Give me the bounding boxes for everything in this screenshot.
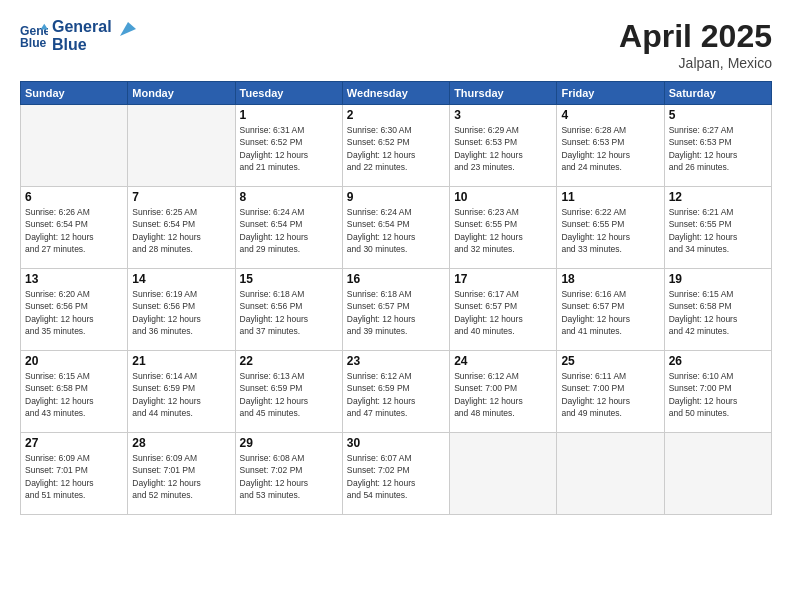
- day-number: 7: [132, 190, 230, 204]
- day-number: 9: [347, 190, 445, 204]
- sun-info: Sunrise: 6:18 AMSunset: 6:57 PMDaylight:…: [347, 288, 445, 337]
- page: General Blue General Blue April 2025 Jal…: [0, 0, 792, 612]
- day-number: 26: [669, 354, 767, 368]
- day-number: 2: [347, 108, 445, 122]
- sun-info: Sunrise: 6:07 AMSunset: 7:02 PMDaylight:…: [347, 452, 445, 501]
- sun-info: Sunrise: 6:30 AMSunset: 6:52 PMDaylight:…: [347, 124, 445, 173]
- calendar-cell: 8Sunrise: 6:24 AMSunset: 6:54 PMDaylight…: [235, 187, 342, 269]
- calendar-cell: [21, 105, 128, 187]
- sun-info: Sunrise: 6:24 AMSunset: 6:54 PMDaylight:…: [240, 206, 338, 255]
- calendar-cell: 22Sunrise: 6:13 AMSunset: 6:59 PMDayligh…: [235, 351, 342, 433]
- sun-info: Sunrise: 6:16 AMSunset: 6:57 PMDaylight:…: [561, 288, 659, 337]
- calendar-cell: 11Sunrise: 6:22 AMSunset: 6:55 PMDayligh…: [557, 187, 664, 269]
- day-number: 17: [454, 272, 552, 286]
- col-header-friday: Friday: [557, 82, 664, 105]
- calendar-cell: [664, 433, 771, 515]
- calendar-cell: 30Sunrise: 6:07 AMSunset: 7:02 PMDayligh…: [342, 433, 449, 515]
- logo-line2: Blue: [52, 36, 112, 54]
- calendar-cell: 29Sunrise: 6:08 AMSunset: 7:02 PMDayligh…: [235, 433, 342, 515]
- sun-info: Sunrise: 6:23 AMSunset: 6:55 PMDaylight:…: [454, 206, 552, 255]
- calendar-cell: 14Sunrise: 6:19 AMSunset: 6:56 PMDayligh…: [128, 269, 235, 351]
- svg-text:Blue: Blue: [20, 36, 47, 50]
- day-number: 19: [669, 272, 767, 286]
- sun-info: Sunrise: 6:25 AMSunset: 6:54 PMDaylight:…: [132, 206, 230, 255]
- calendar-cell: 20Sunrise: 6:15 AMSunset: 6:58 PMDayligh…: [21, 351, 128, 433]
- logo-line1: General: [52, 18, 112, 36]
- col-header-saturday: Saturday: [664, 82, 771, 105]
- day-number: 29: [240, 436, 338, 450]
- calendar-cell: 28Sunrise: 6:09 AMSunset: 7:01 PMDayligh…: [128, 433, 235, 515]
- location-subtitle: Jalpan, Mexico: [619, 55, 772, 71]
- calendar-cell: 6Sunrise: 6:26 AMSunset: 6:54 PMDaylight…: [21, 187, 128, 269]
- calendar-header-row: SundayMondayTuesdayWednesdayThursdayFrid…: [21, 82, 772, 105]
- day-number: 21: [132, 354, 230, 368]
- calendar-cell: 24Sunrise: 6:12 AMSunset: 7:00 PMDayligh…: [450, 351, 557, 433]
- calendar-cell: [557, 433, 664, 515]
- day-number: 10: [454, 190, 552, 204]
- calendar-cell: 21Sunrise: 6:14 AMSunset: 6:59 PMDayligh…: [128, 351, 235, 433]
- sun-info: Sunrise: 6:21 AMSunset: 6:55 PMDaylight:…: [669, 206, 767, 255]
- sun-info: Sunrise: 6:09 AMSunset: 7:01 PMDaylight:…: [25, 452, 123, 501]
- sun-info: Sunrise: 6:14 AMSunset: 6:59 PMDaylight:…: [132, 370, 230, 419]
- month-title: April 2025: [619, 18, 772, 55]
- calendar-cell: 1Sunrise: 6:31 AMSunset: 6:52 PMDaylight…: [235, 105, 342, 187]
- calendar-cell: 27Sunrise: 6:09 AMSunset: 7:01 PMDayligh…: [21, 433, 128, 515]
- calendar-week-5: 27Sunrise: 6:09 AMSunset: 7:01 PMDayligh…: [21, 433, 772, 515]
- sun-info: Sunrise: 6:29 AMSunset: 6:53 PMDaylight:…: [454, 124, 552, 173]
- sun-info: Sunrise: 6:17 AMSunset: 6:57 PMDaylight:…: [454, 288, 552, 337]
- calendar-cell: 10Sunrise: 6:23 AMSunset: 6:55 PMDayligh…: [450, 187, 557, 269]
- logo: General Blue General Blue: [20, 18, 136, 53]
- calendar-cell: 26Sunrise: 6:10 AMSunset: 7:00 PMDayligh…: [664, 351, 771, 433]
- calendar-cell: 4Sunrise: 6:28 AMSunset: 6:53 PMDaylight…: [557, 105, 664, 187]
- sun-info: Sunrise: 6:22 AMSunset: 6:55 PMDaylight:…: [561, 206, 659, 255]
- calendar-cell: 15Sunrise: 6:18 AMSunset: 6:56 PMDayligh…: [235, 269, 342, 351]
- day-number: 14: [132, 272, 230, 286]
- sun-info: Sunrise: 6:11 AMSunset: 7:00 PMDaylight:…: [561, 370, 659, 419]
- calendar-cell: 9Sunrise: 6:24 AMSunset: 6:54 PMDaylight…: [342, 187, 449, 269]
- sun-info: Sunrise: 6:26 AMSunset: 6:54 PMDaylight:…: [25, 206, 123, 255]
- sun-info: Sunrise: 6:19 AMSunset: 6:56 PMDaylight:…: [132, 288, 230, 337]
- sun-info: Sunrise: 6:20 AMSunset: 6:56 PMDaylight:…: [25, 288, 123, 337]
- col-header-wednesday: Wednesday: [342, 82, 449, 105]
- sun-info: Sunrise: 6:13 AMSunset: 6:59 PMDaylight:…: [240, 370, 338, 419]
- day-number: 1: [240, 108, 338, 122]
- calendar-cell: 5Sunrise: 6:27 AMSunset: 6:53 PMDaylight…: [664, 105, 771, 187]
- header: General Blue General Blue April 2025 Jal…: [20, 18, 772, 71]
- day-number: 18: [561, 272, 659, 286]
- calendar-cell: 18Sunrise: 6:16 AMSunset: 6:57 PMDayligh…: [557, 269, 664, 351]
- calendar-cell: 16Sunrise: 6:18 AMSunset: 6:57 PMDayligh…: [342, 269, 449, 351]
- calendar-cell: 23Sunrise: 6:12 AMSunset: 6:59 PMDayligh…: [342, 351, 449, 433]
- day-number: 20: [25, 354, 123, 368]
- day-number: 12: [669, 190, 767, 204]
- calendar-cell: [128, 105, 235, 187]
- day-number: 22: [240, 354, 338, 368]
- title-block: April 2025 Jalpan, Mexico: [619, 18, 772, 71]
- sun-info: Sunrise: 6:24 AMSunset: 6:54 PMDaylight:…: [347, 206, 445, 255]
- calendar-cell: 19Sunrise: 6:15 AMSunset: 6:58 PMDayligh…: [664, 269, 771, 351]
- day-number: 3: [454, 108, 552, 122]
- sun-info: Sunrise: 6:31 AMSunset: 6:52 PMDaylight:…: [240, 124, 338, 173]
- day-number: 15: [240, 272, 338, 286]
- sun-info: Sunrise: 6:08 AMSunset: 7:02 PMDaylight:…: [240, 452, 338, 501]
- calendar-cell: 13Sunrise: 6:20 AMSunset: 6:56 PMDayligh…: [21, 269, 128, 351]
- col-header-monday: Monday: [128, 82, 235, 105]
- day-number: 13: [25, 272, 123, 286]
- calendar-week-2: 6Sunrise: 6:26 AMSunset: 6:54 PMDaylight…: [21, 187, 772, 269]
- col-header-thursday: Thursday: [450, 82, 557, 105]
- day-number: 5: [669, 108, 767, 122]
- sun-info: Sunrise: 6:10 AMSunset: 7:00 PMDaylight:…: [669, 370, 767, 419]
- calendar-cell: 3Sunrise: 6:29 AMSunset: 6:53 PMDaylight…: [450, 105, 557, 187]
- calendar-table: SundayMondayTuesdayWednesdayThursdayFrid…: [20, 81, 772, 515]
- calendar-week-3: 13Sunrise: 6:20 AMSunset: 6:56 PMDayligh…: [21, 269, 772, 351]
- day-number: 6: [25, 190, 123, 204]
- col-header-tuesday: Tuesday: [235, 82, 342, 105]
- calendar-cell: [450, 433, 557, 515]
- logo-icon: General Blue: [20, 22, 48, 50]
- calendar-cell: 25Sunrise: 6:11 AMSunset: 7:00 PMDayligh…: [557, 351, 664, 433]
- day-number: 28: [132, 436, 230, 450]
- sun-info: Sunrise: 6:28 AMSunset: 6:53 PMDaylight:…: [561, 124, 659, 173]
- col-header-sunday: Sunday: [21, 82, 128, 105]
- calendar-cell: 17Sunrise: 6:17 AMSunset: 6:57 PMDayligh…: [450, 269, 557, 351]
- day-number: 11: [561, 190, 659, 204]
- sun-info: Sunrise: 6:15 AMSunset: 6:58 PMDaylight:…: [669, 288, 767, 337]
